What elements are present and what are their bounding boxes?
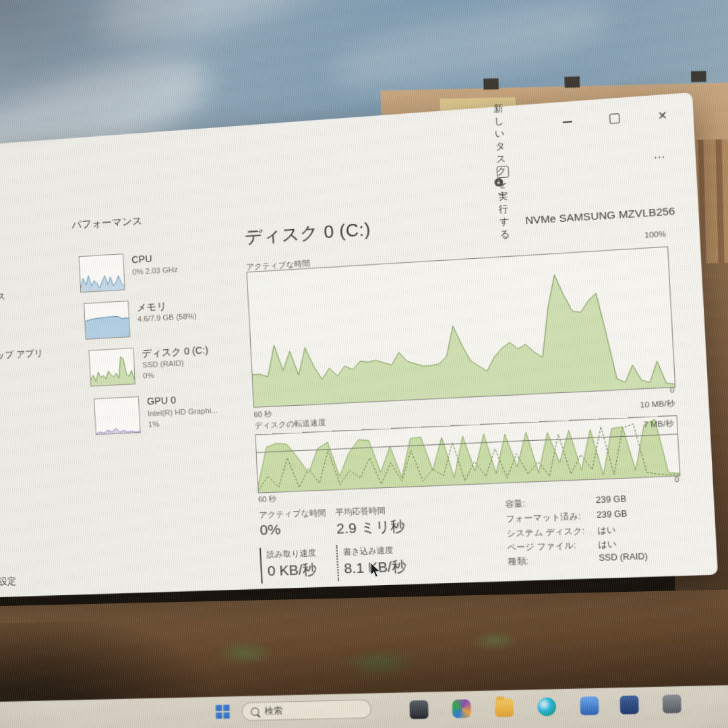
active-time-stat-value: 0% [260,521,281,538]
task-manager-window: ✕ 新しいタスクを実行する … タスク マネージャー プロセス パフォーマンス … [0,92,718,599]
wallpaper-chimney [564,76,580,88]
taskbar-app-icon-navy[interactable] [619,696,638,715]
page-file-value: はい [598,539,617,551]
run-new-task-button[interactable]: 新しいタスクを実行する [496,160,510,182]
mouse-cursor [370,562,382,578]
cpu-thumbnail-chart[interactable] [79,253,125,293]
start-button[interactable] [216,705,229,719]
sidebar-item-performance[interactable]: パフォーマンス [0,291,6,306]
taskbar-app-icon-colorful[interactable] [452,699,471,718]
close-icon: ✕ [657,108,668,122]
perf-item-memory-name[interactable]: メモリ [136,300,166,315]
close-button[interactable]: ✕ [646,103,679,127]
system-disk-label: システム ディスク: [506,525,585,540]
minimize-icon [562,121,572,123]
disk-thumbnail-chart[interactable] [89,348,135,387]
read-speed-label: 読み取り速度 [266,547,316,561]
search-placeholder: 検索 [264,704,282,717]
photographed-screen: ✕ 新しいタスクを実行する … タスク マネージャー プロセス パフォーマンス … [0,0,728,728]
active-time-ymax: 100% [537,229,666,245]
system-disk-value: はい [597,524,616,537]
memory-thumbnail-chart[interactable] [84,301,130,340]
read-speed-block: 読み取り速度 0 KB/秒 [260,545,334,584]
transfer-rate-marker-label: 7 MB/秒 [643,418,674,430]
taskbar-search[interactable]: 検索 [242,700,371,721]
active-time-stat-label: アクティブな時間 [259,507,326,521]
more-options-button[interactable]: … [653,147,667,162]
page-title: パフォーマンス [71,214,143,232]
active-time-x-left: 60 秒 [253,409,272,420]
minimize-button[interactable] [551,111,583,134]
perf-item-gpu-name[interactable]: GPU 0 [147,394,177,406]
perf-item-disk-type: SSD (RAID) [142,359,184,369]
perf-item-cpu-stats: 0% 2.03 GHz [132,265,178,276]
disk-type-value: SSD (RAID) [599,551,648,563]
edge-browser-icon[interactable] [537,697,556,716]
perf-item-disk-name[interactable]: ディスク 0 (C:) [142,344,209,360]
capacity-label: 容量: [505,498,526,511]
file-explorer-icon[interactable] [495,698,514,717]
active-time-x-right: 0 [646,386,675,396]
taskbar-app-icon-dark[interactable] [409,700,428,719]
page-file-label: ページ ファイル: [507,540,576,554]
disk-type-label: 種類: [508,555,528,568]
taskbar-app-icon-gray[interactable] [663,694,681,713]
response-time-stat-value: 2.9 ミリ秒 [336,516,405,538]
wallpaper-chimney [691,71,706,82]
search-icon [251,707,260,716]
perf-item-gpu-device: Intel(R) HD Graphi... [148,406,218,417]
wallpaper-chimney [483,78,499,90]
windows-logo-icon [223,712,229,718]
transfer-rate-x-left: 60 秒 [258,494,276,505]
capacity-value: 239 GB [595,494,626,505]
windows-logo-icon [216,705,222,711]
wallpaper-cloud [86,0,358,62]
transfer-rate-ymax: 10 MB/秒 [546,398,675,415]
perf-item-disk-usage: 0% [143,371,154,380]
transfer-rate-x-right: 0 [651,475,679,485]
read-speed-value: 0 KB/秒 [267,559,317,580]
perf-item-gpu-usage: 1% [148,420,159,429]
active-time-chart [247,247,676,408]
perf-item-cpu-name[interactable]: CPU [131,253,152,266]
sidebar-item-startup-apps[interactable]: スタートアップ アプリ [0,347,44,364]
maximize-button[interactable] [598,107,631,131]
gpu-thumbnail-chart[interactable] [94,396,140,435]
formatted-label: フォーマット済み: [506,511,581,526]
formatted-value: 239 GB [597,509,628,520]
sidebar-item-settings[interactable]: 設定 [0,575,17,588]
response-time-stat-label: 平均応答時間 [335,505,386,518]
windows-logo-icon [216,712,222,718]
windows-logo-icon [223,704,229,710]
taskbar-app-icon-blue[interactable] [580,696,599,715]
write-speed-label: 書き込み速度 [343,545,394,558]
monitor-screen: ✕ 新しいタスクを実行する … タスク マネージャー プロセス パフォーマンス … [0,0,728,728]
maximize-icon [609,113,620,124]
